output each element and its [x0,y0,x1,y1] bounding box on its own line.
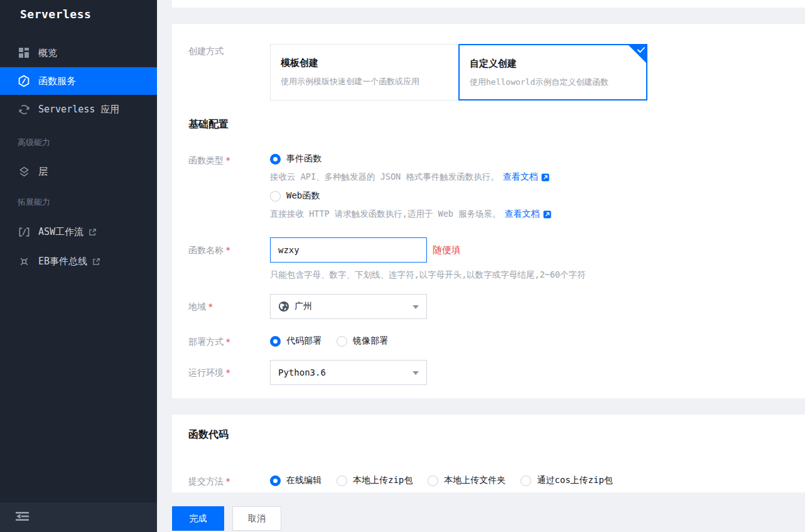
region-value: 广州 [294,301,312,312]
basic-config-heading: 基础配置 [188,118,229,131]
view-docs-link[interactable]: 查看文档 [505,209,540,220]
required-asterisk: * [225,367,230,377]
serverless-console-page: Serverless 概览 函数服务 Serverless 应用 高级能力 层 [0,0,805,532]
submit-method-label: 提交方法* [188,476,230,487]
name-annotation: 随便填 [433,244,461,256]
grid-icon [18,46,30,59]
radio-label: 代码部署 [286,335,321,347]
globe-icon [278,301,289,312]
sidebar-section-advanced: 高级能力 [18,137,50,148]
radio-icon [337,336,347,347]
event-bus-icon [18,255,30,268]
function-name-field [270,237,427,263]
option-card-desc: 使用helloworld示例自定义创建函数 [470,77,636,88]
radio-label: 镜像部署 [353,335,388,347]
option-card-custom-create[interactable]: 自定义创建 使用helloworld示例自定义创建函数 [458,44,647,100]
radio-code-deploy[interactable]: 代码部署 [270,335,321,347]
option-card-title: 自定义创建 [470,58,636,70]
sidebar-item-overview[interactable]: 概览 [0,39,157,67]
sidebar-item-asw-workflow[interactable]: ASW工作流 [0,218,157,246]
creation-method-label: 创建方式 [188,46,224,57]
required-asterisk: * [225,337,230,347]
sidebar-item-eb-eventbus[interactable]: EB事件总线 [0,247,157,275]
doc-external-link-icon[interactable] [541,173,550,182]
deploy-method-options: 代码部署 镜像部署 [270,335,388,347]
sidebar-item-label: 概览 [38,47,57,59]
radio-label: 本地上传文件夹 [444,475,505,486]
radio-icon [521,475,531,486]
function-code-heading: 函数代码 [188,428,229,442]
runtime-value: Python3.6 [278,367,326,377]
sidebar: Serverless 概览 函数服务 Serverless 应用 高级能力 层 [0,0,157,532]
function-type-options: 事件函数 接收云 API、多种触发器的 JSON 格式事件触发函数执行。 查看文… [270,153,710,227]
basic-config-card: 创建方式 模板创建 使用示例模版快速创建一个函数或应用 自定义创建 使用hell… [172,24,805,398]
radio-image-deploy[interactable]: 镜像部署 [337,335,388,347]
function-name-label: 函数名称* [188,245,230,256]
sidebar-item-label: 函数服务 [38,75,76,87]
previous-card-edge [172,0,805,8]
required-asterisk: * [225,245,230,255]
function-type-label: 函数类型* [188,155,230,166]
sidebar-item-label: 层 [38,166,48,178]
radio-icon [270,475,281,486]
deploy-method-label: 部署方式* [188,337,230,348]
hexagon-function-icon [18,75,30,87]
function-name-input[interactable] [271,238,426,262]
required-asterisk: * [208,301,213,312]
workflow-icon [18,225,30,238]
required-asterisk: * [225,476,230,486]
runtime-select[interactable]: Python3.6 [270,360,427,385]
radio-icon [270,154,281,165]
external-link-icon [92,258,100,266]
chevron-down-icon [413,371,419,375]
option-card-template-create[interactable]: 模板创建 使用示例模版快速创建一个函数或应用 [270,44,459,100]
radio-label: 本地上传zip包 [353,475,413,486]
radio-web-function[interactable]: Web函数 [270,190,710,202]
check-icon [637,46,646,53]
radio-label: 通过cos上传zip包 [537,475,613,486]
radio-local-zip-upload[interactable]: 本地上传zip包 [337,475,413,486]
radio-event-function[interactable]: 事件函数 [270,153,710,165]
radio-label: Web函数 [286,190,320,202]
option-card-desc: 使用示例模版快速创建一个函数或应用 [281,76,448,87]
collapse-sidebar-icon[interactable] [16,511,30,524]
finish-button[interactable]: 完成 [172,506,224,531]
cancel-button[interactable]: 取消 [232,506,281,531]
radio-icon [270,191,281,202]
sidebar-footer [0,502,157,532]
runtime-label: 运行环境* [188,367,230,379]
name-helper-text: 只能包含字母、数字、下划线、连字符,以字母开头,以数字或字母结尾,2~60个字符 [270,269,585,281]
radio-online-edit[interactable]: 在线编辑 [270,475,321,486]
sidebar-title: Serverless [20,8,91,21]
external-link-icon [89,228,97,236]
sidebar-item-function-service[interactable]: 函数服务 [0,67,157,95]
region-select[interactable]: 广州 [270,294,427,319]
radio-icon [428,475,438,486]
radio-cos-zip-upload[interactable]: 通过cos上传zip包 [521,475,613,486]
serverless-app-icon [18,103,30,116]
submit-method-options: 在线编辑 本地上传zip包 本地上传文件夹 通过cos上传zip包 [270,475,613,486]
doc-external-link-icon[interactable] [543,210,552,219]
sidebar-item-label: Serverless 应用 [38,104,119,116]
radio-local-folder-upload[interactable]: 本地上传文件夹 [428,475,505,486]
function-code-card: 函数代码 提交方法* 在线编辑 本地上传zip包 本地上传文件夹 通过cos上传… [172,415,805,492]
sidebar-item-label: EB事件总线 [38,256,87,268]
radio-label: 事件函数 [286,153,321,165]
option-card-title: 模板创建 [281,57,448,69]
chevron-down-icon [413,305,419,309]
web-function-desc: 直接接收 HTTP 请求触发函数执行,适用于 Web 服务场景。 查看文档 [270,209,710,220]
radio-icon [337,475,347,486]
view-docs-link[interactable]: 查看文档 [503,171,538,183]
layers-icon [18,165,30,178]
event-function-desc: 接收云 API、多种触发器的 JSON 格式事件触发函数执行。 查看文档 [270,171,710,183]
region-label: 地域* [188,301,213,313]
sidebar-item-serverless-app[interactable]: Serverless 应用 [0,95,157,123]
creation-method-options: 模板创建 使用示例模版快速创建一个函数或应用 自定义创建 使用helloworl… [270,44,647,100]
sidebar-item-layers[interactable]: 层 [0,158,157,185]
sidebar-section-extension: 拓展能力 [18,197,50,208]
radio-label: 在线编辑 [286,475,321,486]
required-asterisk: * [225,155,230,165]
radio-icon [270,336,281,347]
sidebar-item-label: ASW工作流 [38,226,84,238]
